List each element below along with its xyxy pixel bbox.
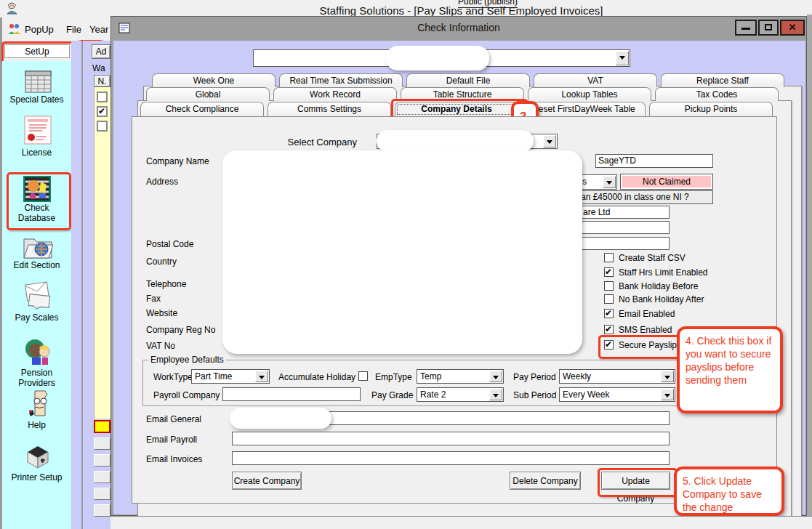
pay-grade-combobox[interactable]: Rate 2 xyxy=(417,387,504,402)
pension-providers-icon[interactable] xyxy=(23,336,52,366)
accumulate-holiday-checkbox[interactable] xyxy=(358,371,368,381)
bank-holiday-before-checkbox[interactable] xyxy=(604,281,614,291)
update-company-highlight-box xyxy=(598,468,678,497)
create-company-button[interactable]: Create Company xyxy=(232,472,302,490)
window-title: Staffing Solutions - [Pay Slips and Self… xyxy=(110,4,812,17)
grid-cell[interactable] xyxy=(94,437,110,450)
tab-global[interactable]: Global xyxy=(146,87,270,101)
setup-button[interactable]: SetUp xyxy=(4,44,70,58)
tab-check-compliance[interactable]: Check Compliance xyxy=(140,102,264,117)
select-company-label: Select Company xyxy=(281,137,357,148)
dropdown-arrow-icon[interactable] xyxy=(603,176,616,188)
redaction-blob xyxy=(222,150,582,354)
bank-holiday-before-label: Bank Holiday Before xyxy=(619,281,698,291)
sidebar-item-printer-setup[interactable]: Printer Setup xyxy=(2,472,71,482)
dropdown-arrow-icon[interactable] xyxy=(661,371,674,382)
pension-providers-label-1[interactable]: Pension xyxy=(2,368,71,378)
edit-section-icon[interactable] xyxy=(23,233,53,259)
redaction-blob xyxy=(386,46,489,70)
delete-company-button[interactable]: Delete Company xyxy=(510,472,581,490)
close-button[interactable]: ✕ xyxy=(780,20,805,36)
add-button[interactable]: Ad xyxy=(92,44,110,59)
pension-providers-label-2[interactable]: Providers xyxy=(2,378,71,388)
menu-item-popup[interactable]: PopUp xyxy=(25,24,54,35)
worktype-combobox[interactable]: Part Time xyxy=(191,369,270,384)
pay-period-combobox[interactable]: Weekly xyxy=(559,369,675,384)
sidebar-item-edit-section[interactable]: Edit Section xyxy=(2,260,71,270)
grid-row-checkbox[interactable] xyxy=(97,92,108,102)
minimize-button[interactable] xyxy=(735,20,757,36)
create-staff-csv-checkbox[interactable] xyxy=(604,253,614,262)
country-label: Country xyxy=(146,257,177,267)
dialog-title: Check Information xyxy=(111,22,806,33)
screen: Public (publish) Staffing Solutions - [P… xyxy=(0,0,812,529)
staff-hrs-limit-checkbox[interactable] xyxy=(604,267,614,277)
no-bank-holiday-after-label: No Bank Holiday After xyxy=(619,294,704,304)
dropdown-arrow-icon[interactable] xyxy=(543,135,556,148)
tab-reset-firstdayweek-table[interactable]: Reset FirstDayWeek Table xyxy=(522,102,646,117)
sidebar-item-help[interactable]: Help xyxy=(2,420,71,430)
email-invoices-field[interactable] xyxy=(232,451,670,465)
sage-field[interactable]: SageYTD xyxy=(595,154,713,168)
secure-payslips-highlight-box xyxy=(598,335,686,359)
app-icon xyxy=(6,2,18,15)
grid-cell[interactable] xyxy=(94,454,110,467)
check-database-icon[interactable] xyxy=(23,176,51,202)
background-bottom-strip xyxy=(110,516,812,529)
tab-replace-staff[interactable]: Replace Staff xyxy=(661,73,784,87)
sidebar-item-license[interactable]: License xyxy=(2,148,71,158)
dropdown-arrow-icon[interactable] xyxy=(616,51,629,65)
email-invoices-label: Email Invoices xyxy=(146,454,202,464)
payroll-company-field[interactable] xyxy=(222,387,361,401)
ni-combobox[interactable]: s xyxy=(579,174,617,190)
grid-cell[interactable] xyxy=(94,471,110,483)
sidebar-item-special-dates[interactable]: Special Dates xyxy=(2,94,71,105)
check-database-label-1[interactable]: Check xyxy=(2,203,71,213)
company-name-label: Company Name xyxy=(146,156,209,166)
menu-item-file[interactable]: File xyxy=(66,24,81,35)
grid-column-header[interactable]: N. xyxy=(94,75,110,87)
grid-row-checkbox[interactable] xyxy=(97,121,108,132)
grid-row-checkbox[interactable] xyxy=(97,106,108,117)
dropdown-arrow-icon[interactable] xyxy=(255,371,268,382)
printer-setup-icon[interactable] xyxy=(22,442,54,471)
accumulate-holiday-label: Accumulate Holiday xyxy=(278,372,355,382)
company-reg-no-label: Company Reg No xyxy=(146,325,215,335)
staff-hrs-limit-label: Staff Hrs Limit Enabled xyxy=(619,267,708,278)
tab-tax-codes[interactable]: Tax Codes xyxy=(655,87,779,101)
tab-comms-settings[interactable]: Comms Settings xyxy=(268,102,391,117)
tab-work-record[interactable]: Work Record xyxy=(273,87,397,101)
tab-real-time-tax-submission[interactable]: Real Time Tax Submission xyxy=(279,73,403,87)
website-label: Website xyxy=(146,308,177,318)
tab-pickup-points[interactable]: Pickup Points xyxy=(649,102,773,117)
pay-grade-label: Pay Grade xyxy=(371,390,413,400)
email-payroll-label: Email Payroll xyxy=(146,435,197,445)
special-dates-icon[interactable] xyxy=(25,70,52,93)
pay-scales-icon[interactable] xyxy=(22,280,54,310)
dropdown-arrow-icon[interactable] xyxy=(489,389,502,400)
tab-lookup-tables[interactable]: Lookup Tables xyxy=(528,87,651,101)
email-enabled-checkbox[interactable] xyxy=(604,309,614,318)
tab-default-file[interactable]: Default File xyxy=(406,73,530,87)
tab-vat[interactable]: VAT xyxy=(534,73,657,87)
grid-cell[interactable] xyxy=(94,488,110,500)
check-database-label-2[interactable]: Database xyxy=(2,213,71,223)
dropdown-arrow-icon[interactable] xyxy=(489,371,502,382)
sms-enabled-checkbox[interactable] xyxy=(604,325,614,334)
license-icon[interactable] xyxy=(23,115,52,145)
emptype-combobox[interactable]: Temp xyxy=(417,369,504,384)
tab-week-one[interactable]: Week One xyxy=(152,73,276,87)
grid-cell[interactable] xyxy=(94,504,110,517)
no-bank-holiday-after-checkbox[interactable] xyxy=(604,294,614,304)
address-label: Address xyxy=(146,177,178,187)
sidebar-item-pay-scales[interactable]: Pay Scales xyxy=(2,312,71,323)
email-payroll-field[interactable] xyxy=(232,432,670,445)
grid-selected-cell[interactable] xyxy=(94,420,110,433)
not-claimed-button[interactable]: Not Claimed xyxy=(622,176,711,187)
maximize-button[interactable] xyxy=(758,20,779,36)
sub-period-combobox[interactable]: Every Week xyxy=(559,387,675,402)
dialog-body: Week One Real Time Tax Submission Defaul… xyxy=(113,41,805,514)
help-icon[interactable] xyxy=(26,389,51,420)
redaction-blob xyxy=(377,130,534,152)
dropdown-arrow-icon[interactable] xyxy=(661,389,674,400)
